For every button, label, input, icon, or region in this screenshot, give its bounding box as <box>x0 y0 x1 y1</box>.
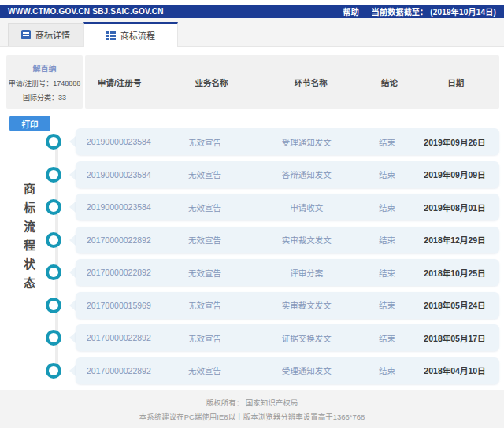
cell-date: 2018年05月24日 <box>410 299 499 311</box>
timeline-node-icon <box>46 232 61 248</box>
row-bubble: 20190000023584 无效宣告 申请收文 结束 2019年08月01日 <box>76 194 499 220</box>
print-button[interactable]: 打印 <box>9 116 50 131</box>
data-cutoff-label: 当前数据截至： (2019年10月14日) <box>372 6 496 17</box>
cell-date: 2018年04月10日 <box>410 364 499 376</box>
bubble-arrow-icon <box>69 267 76 278</box>
cell-app-no: 20190000023584 <box>76 137 161 146</box>
bubble-arrow-icon <box>69 202 76 213</box>
cell-step: 评审分案 <box>250 267 364 279</box>
cell-result: 结束 <box>364 202 410 213</box>
cell-result: 结束 <box>364 234 410 246</box>
table-row: 20170000022892 无效宣告 评审分案 结束 2018年10月25日 <box>46 259 499 286</box>
help-link[interactable]: 帮助 <box>343 6 358 17</box>
cell-app-no: 20170000015969 <box>76 301 161 310</box>
table-row: 20190000023584 无效宣告 受理通知发文 结束 2019年09月26… <box>46 128 499 155</box>
tab-bar: 商标详情 商标流程 <box>0 18 504 47</box>
list-icon <box>106 31 116 40</box>
cell-step: 受理通知发文 <box>250 136 364 148</box>
cell-date: 2019年09月26日 <box>410 136 499 148</box>
table-row: 20190000023584 无效宣告 申请收文 结束 2019年08月01日 <box>46 194 499 220</box>
column-header-business: 业务名称 <box>168 76 254 88</box>
cell-step: 实审裁文发文 <box>250 234 364 246</box>
cell-step: 受理通知发文 <box>250 364 364 376</box>
bubble-arrow-icon <box>69 136 76 147</box>
timeline-node-icon <box>46 363 61 379</box>
cell-app-no: 20170000022892 <box>76 268 161 277</box>
cell-step: 实审裁文发文 <box>250 299 364 311</box>
cell-app-no: 20190000023584 <box>76 170 161 179</box>
bubble-arrow-icon <box>69 235 76 246</box>
cell-result: 结束 <box>364 136 410 148</box>
row-bubble: 20170000015969 无效宣告 实审裁文发文 结束 2018年05月24… <box>76 292 499 319</box>
cell-result: 结束 <box>364 168 410 180</box>
row-bubble: 20190000023584 无效宣告 受理通知发文 结束 2019年09月26… <box>76 128 499 155</box>
column-header-app-no: 申请/注册号 <box>85 76 168 88</box>
table-row: 20170000022892 无效宣告 证据交换发文 结束 2018年05月17… <box>46 324 499 351</box>
table-row: 20190000023584 无效宣告 答辩通知发文 结束 2019年09月09… <box>46 161 499 188</box>
timeline-node-icon <box>46 134 61 150</box>
cell-step: 答辩通知发文 <box>250 168 364 180</box>
row-bubble: 20170000022892 无效宣告 受理通知发文 结束 2018年04月10… <box>76 357 499 384</box>
international-class: 国际分类：33 <box>23 92 66 102</box>
cell-business: 无效宣告 <box>161 136 250 148</box>
page-footer: 版权所有： 国家知识产权局 本系统建议在PC端使用IE8以上版本浏览器分辨率设置… <box>0 390 504 428</box>
cell-business: 无效宣告 <box>161 364 250 376</box>
timeline-node-icon <box>46 199 61 215</box>
bubble-arrow-icon <box>69 332 76 343</box>
cell-business: 无效宣告 <box>161 299 250 311</box>
tab-trademark-details[interactable]: 商标详情 <box>8 23 83 46</box>
cell-result: 结束 <box>364 299 410 311</box>
cell-date: 2018年05月17日 <box>410 332 499 344</box>
cell-date: 2018年12月29日 <box>410 234 499 246</box>
cell-step: 申请收文 <box>250 202 364 213</box>
cell-business: 无效宣告 <box>161 332 250 344</box>
timeline-node-icon <box>46 264 61 280</box>
table-row: 20170000022892 无效宣告 实审裁文发文 结束 2018年12月29… <box>46 227 499 253</box>
bubble-arrow-icon <box>69 169 76 180</box>
tab-label: 商标流程 <box>120 29 155 42</box>
cell-business: 无效宣告 <box>161 168 250 180</box>
topbar: WWW.CTMO.GOV.CN SBJ.SAIC.GOV.CN 帮助 当前数据截… <box>0 5 504 18</box>
bubble-arrow-icon <box>69 300 76 311</box>
registration-number: 申请/注册号：1748888 <box>9 78 81 88</box>
cell-date: 2019年09月09日 <box>410 168 499 180</box>
timeline-node-icon <box>46 330 61 346</box>
cell-app-no: 20170000022892 <box>76 366 161 375</box>
trademark-name: 解百纳 <box>33 62 57 74</box>
table-row: 20170000022892 无效宣告 受理通知发文 结束 2018年04月10… <box>46 357 499 384</box>
table-row: 20170000015969 无效宣告 实审裁文发文 结束 2018年05月24… <box>46 292 499 319</box>
cell-business: 无效宣告 <box>161 234 250 246</box>
document-icon <box>21 30 31 39</box>
cell-date: 2018年10月25日 <box>410 267 499 279</box>
cell-app-no: 20190000023584 <box>76 202 161 212</box>
tab-trademark-process[interactable]: 商标流程 <box>83 22 178 47</box>
cell-result: 结束 <box>364 267 410 279</box>
cell-result: 结束 <box>364 332 410 344</box>
cell-step: 证据交换发文 <box>250 332 364 344</box>
cell-result: 结束 <box>364 364 410 376</box>
bubble-arrow-icon <box>69 365 76 376</box>
tab-label: 商标详情 <box>35 28 70 41</box>
main-panel: 解百纳 申请/注册号：1748888 国际分类：33 申请/注册号 业务名称 环… <box>0 47 504 390</box>
timeline-node-icon <box>46 167 61 183</box>
cell-app-no: 20170000022892 <box>76 333 161 342</box>
cell-app-no: 20170000022892 <box>76 235 161 245</box>
section-title-vertical: 商标流程状态 <box>20 183 37 296</box>
browser-advice-line: 本系统建议在PC端使用IE8以上版本浏览器分辨率设置高于1366*768 <box>139 411 365 422</box>
row-bubble: 20170000022892 无效宣告 评审分案 结束 2018年10月25日 <box>76 259 499 286</box>
trademark-info-card: 解百纳 申请/注册号：1748888 国际分类：33 <box>6 55 83 109</box>
column-header-step: 环节名称 <box>255 76 367 88</box>
row-bubble: 20170000022892 无效宣告 实审裁文发文 结束 2018年12月29… <box>76 227 499 253</box>
cell-date: 2019年08月01日 <box>410 202 499 213</box>
topbar-wrapper: WWW.CTMO.GOV.CN SBJ.SAIC.GOV.CN 帮助 当前数据截… <box>0 0 504 18</box>
timeline-node-icon <box>46 298 61 313</box>
row-bubble: 20190000023584 无效宣告 答辩通知发文 结束 2019年09月09… <box>76 161 499 188</box>
table-header-row: 申请/注册号 业务名称 环节名称 结论 日期 <box>85 55 499 109</box>
copyright-line: 版权所有： 国家知识产权局 <box>206 397 298 408</box>
cell-business: 无效宣告 <box>161 267 250 279</box>
process-timeline: 20190000023584 无效宣告 受理通知发文 结束 2019年09月26… <box>46 128 499 390</box>
column-header-date: 日期 <box>413 76 499 88</box>
cell-business: 无效宣告 <box>161 202 250 213</box>
site-urls: WWW.CTMO.GOV.CN SBJ.SAIC.GOV.CN <box>8 7 164 16</box>
column-header-result: 结论 <box>367 76 413 88</box>
